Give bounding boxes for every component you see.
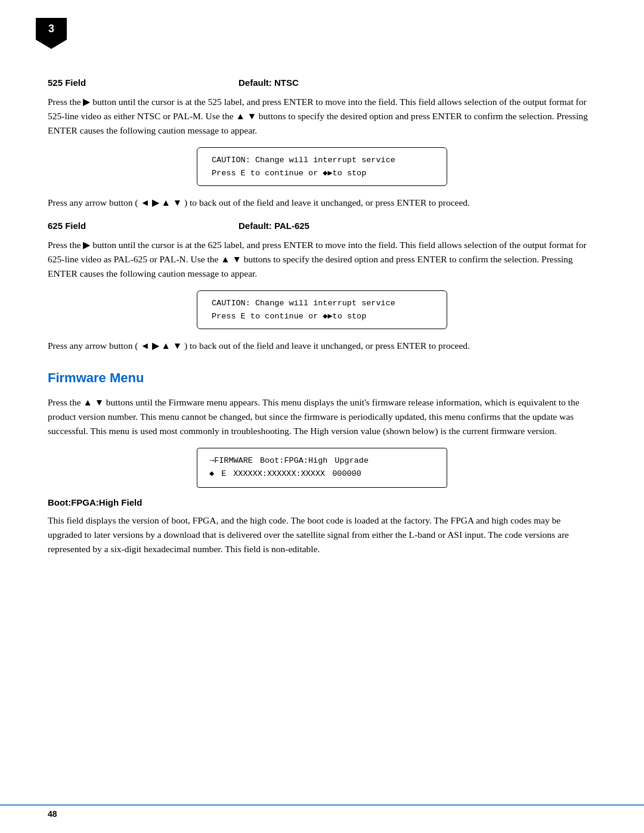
field-625-label: 625 Field <box>48 221 167 231</box>
page-container: 3 525 Field Default: NTSC Press the ▶ bu… <box>0 0 644 833</box>
firmware-display-row2: ◆ E XXXXXX:XXXXXX:XXXXX 000000 <box>209 467 435 481</box>
caution-box-525: CAUTION: Change will interrupt service P… <box>197 147 447 186</box>
firmware-heading: Firmware Menu <box>48 370 596 386</box>
firmware-row2-arrow: ◆ <box>209 467 214 481</box>
section-625-body2: Press any arrow button ( ◄ ▶ ▲ ▼ ) to ba… <box>48 339 596 353</box>
firmware-row2-col1: E <box>221 467 226 481</box>
firmware-display-box: →FIRMWARE Boot:FPGA:High Upgrade ◆ E XXX… <box>197 448 447 488</box>
chapter-number: 3 <box>48 23 54 35</box>
firmware-row1-col2: Boot:FPGA:High <box>260 454 327 468</box>
chapter-tab: 3 <box>36 18 67 49</box>
caution-line1-525: CAUTION: Change will interrupt service <box>212 154 432 167</box>
firmware-display-row1: →FIRMWARE Boot:FPGA:High Upgrade <box>209 454 435 468</box>
page-footer: 48 <box>0 804 644 819</box>
caution-box-625: CAUTION: Change will interrupt service P… <box>197 290 447 329</box>
caution-line1-625: CAUTION: Change will interrupt service <box>212 297 432 310</box>
main-content: 525 Field Default: NTSC Press the ▶ butt… <box>48 78 596 556</box>
section-625-body1: Press the ▶ button until the cursor is a… <box>48 238 596 281</box>
firmware-row2-col3: 000000 <box>332 467 361 481</box>
caution-line2-525: Press E to continue or ◆▶to stop <box>212 167 432 180</box>
firmware-row1-col3: Upgrade <box>335 454 369 468</box>
field-625-default: Default: PAL-625 <box>239 221 309 231</box>
caution-line2-625: Press E to continue or ◆▶to stop <box>212 310 432 323</box>
boot-fpga-high-subfield-label: Boot:FPGA:High Field <box>48 497 596 507</box>
firmware-row1-arrow: →FIRMWARE <box>209 454 253 468</box>
chapter-tab-shape: 3 <box>36 18 67 49</box>
firmware-body1: Press the ▲ ▼ buttons until the Firmware… <box>48 395 596 438</box>
firmware-row2-col2: XXXXXX:XXXXXX:XXXXX <box>233 467 325 481</box>
field-525-label: 525 Field <box>48 78 167 88</box>
field-525-default: Default: NTSC <box>239 78 299 88</box>
section-525-body1: Press the ▶ button until the cursor is a… <box>48 95 596 138</box>
section-525-header: 525 Field Default: NTSC <box>48 78 596 88</box>
section-625-header: 625 Field Default: PAL-625 <box>48 221 596 231</box>
page-number: 48 <box>48 809 57 819</box>
firmware-body2: This field displays the version of boot,… <box>48 513 596 556</box>
section-525-body2: Press any arrow button ( ◄ ▶ ▲ ▼ ) to ba… <box>48 196 596 210</box>
